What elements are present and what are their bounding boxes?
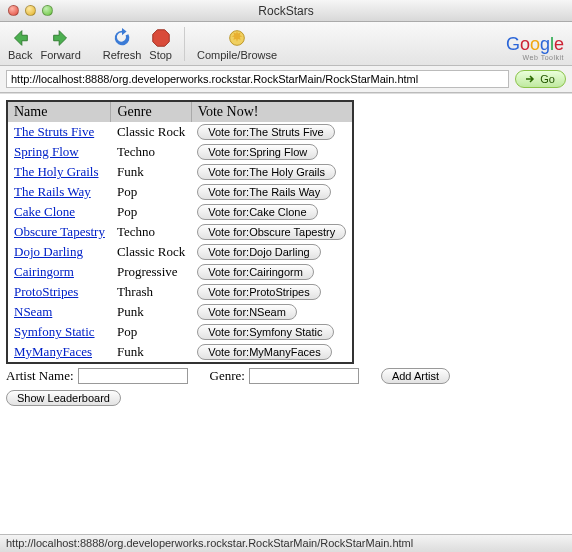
vote-button[interactable]: Vote for:Symfony Static (197, 324, 333, 340)
back-arrow-icon (9, 27, 31, 49)
table-row: CairingormProgressiveVote for:Cairingorm (7, 262, 353, 282)
vote-button[interactable]: Vote for:MyManyFaces (197, 344, 332, 360)
vote-button[interactable]: Vote for:The Holy Grails (197, 164, 336, 180)
table-row: NSeamPunkVote for:NSeam (7, 302, 353, 322)
compile-browse-button[interactable]: Compile/Browse (197, 27, 277, 61)
zoom-icon[interactable] (42, 5, 53, 16)
genre-cell: Classic Rock (111, 122, 191, 142)
col-header-genre: Genre (111, 101, 191, 122)
table-row: Dojo DarlingClassic RockVote for:Dojo Da… (7, 242, 353, 262)
genre-input[interactable] (249, 368, 359, 384)
artist-link[interactable]: Cake Clone (14, 204, 75, 219)
artist-link[interactable]: The Rails Way (14, 184, 91, 199)
genre-cell: Techno (111, 222, 191, 242)
compile-icon (226, 27, 248, 49)
vote-button[interactable]: Vote for:Cake Clone (197, 204, 317, 220)
genre-cell: Thrash (111, 282, 191, 302)
minimize-icon[interactable] (25, 5, 36, 16)
close-icon[interactable] (8, 5, 19, 16)
vote-button[interactable]: Vote for:The Struts Five (197, 124, 335, 140)
genre-cell: Pop (111, 182, 191, 202)
genre-label: Genre: (210, 368, 245, 384)
artist-link[interactable]: Dojo Darling (14, 244, 83, 259)
genre-cell: Pop (111, 322, 191, 342)
table-row: Cake ClonePopVote for:Cake Clone (7, 202, 353, 222)
table-row: Symfony StaticPopVote for:Symfony Static (7, 322, 353, 342)
address-bar: Go (0, 66, 572, 93)
artists-table: Name Genre Vote Now! The Struts FiveClas… (6, 100, 354, 364)
table-row: MyManyFacesFunkVote for:MyManyFaces (7, 342, 353, 363)
artist-link[interactable]: Spring Flow (14, 144, 79, 159)
genre-cell: Classic Rock (111, 242, 191, 262)
back-button[interactable]: Back (8, 27, 32, 61)
genre-cell: Progressive (111, 262, 191, 282)
artist-link[interactable]: MyManyFaces (14, 344, 92, 359)
genre-cell: Funk (111, 162, 191, 182)
toolbar-separator (184, 27, 185, 61)
table-row: The Rails WayPopVote for:The Rails Way (7, 182, 353, 202)
artist-link[interactable]: The Struts Five (14, 124, 94, 139)
add-artist-form: Artist Name: Genre: Add Artist (6, 368, 566, 384)
artist-link[interactable]: The Holy Grails (14, 164, 98, 179)
col-header-vote: Vote Now! (191, 101, 353, 122)
vote-button[interactable]: Vote for:The Rails Way (197, 184, 331, 200)
add-artist-button[interactable]: Add Artist (381, 368, 450, 384)
table-row: ProtoStripesThrashVote for:ProtoStripes (7, 282, 353, 302)
artist-link[interactable]: NSeam (14, 304, 52, 319)
vote-button[interactable]: Vote for:Cairingorm (197, 264, 314, 280)
genre-cell: Pop (111, 202, 191, 222)
window-title: RockStars (258, 4, 313, 18)
col-header-name: Name (7, 101, 111, 122)
table-row: Spring FlowTechnoVote for:Spring Flow (7, 142, 353, 162)
google-web-toolkit-logo: Google Web Toolkit (506, 34, 564, 61)
artist-link[interactable]: Obscure Tapestry (14, 224, 105, 239)
forward-label: Forward (40, 49, 80, 61)
table-row: The Struts FiveClassic RockVote for:The … (7, 122, 353, 142)
forward-arrow-icon (50, 27, 72, 49)
url-input[interactable] (6, 70, 509, 88)
go-button[interactable]: Go (515, 70, 566, 88)
artist-link[interactable]: Cairingorm (14, 264, 74, 279)
vote-button[interactable]: Vote for:Spring Flow (197, 144, 318, 160)
svg-marker-0 (152, 30, 169, 47)
status-text: http://localhost:8888/org.developerworks… (6, 537, 413, 549)
artist-name-label: Artist Name: (6, 368, 74, 384)
genre-cell: Funk (111, 342, 191, 363)
window-titlebar: RockStars (0, 0, 572, 22)
genre-cell: Techno (111, 142, 191, 162)
vote-button[interactable]: Vote for:NSeam (197, 304, 297, 320)
refresh-label: Refresh (103, 49, 142, 61)
brand-subtitle: Web Toolkit (506, 55, 564, 61)
browser-toolbar: Back Forward Refresh Stop Compile/Browse… (0, 22, 572, 66)
go-arrow-icon (526, 74, 536, 84)
show-leaderboard-button[interactable]: Show Leaderboard (6, 390, 121, 406)
page-content: Name Genre Vote Now! The Struts FiveClas… (0, 93, 572, 534)
artist-link[interactable]: Symfony Static (14, 324, 95, 339)
genre-cell: Punk (111, 302, 191, 322)
vote-button[interactable]: Vote for:ProtoStripes (197, 284, 321, 300)
stop-icon (150, 27, 172, 49)
window-controls (8, 5, 53, 16)
stop-label: Stop (149, 49, 172, 61)
stop-button[interactable]: Stop (149, 27, 172, 61)
refresh-button[interactable]: Refresh (103, 27, 142, 61)
table-row: Obscure TapestryTechnoVote for:Obscure T… (7, 222, 353, 242)
go-label: Go (540, 73, 555, 85)
artist-name-input[interactable] (78, 368, 188, 384)
vote-button[interactable]: Vote for:Obscure Tapestry (197, 224, 346, 240)
vote-button[interactable]: Vote for:Dojo Darling (197, 244, 321, 260)
refresh-icon (111, 27, 133, 49)
back-label: Back (8, 49, 32, 61)
status-bar: http://localhost:8888/org.developerworks… (0, 534, 572, 552)
compile-label: Compile/Browse (197, 49, 277, 61)
forward-button[interactable]: Forward (40, 27, 80, 61)
artist-link[interactable]: ProtoStripes (14, 284, 78, 299)
table-row: The Holy GrailsFunkVote for:The Holy Gra… (7, 162, 353, 182)
